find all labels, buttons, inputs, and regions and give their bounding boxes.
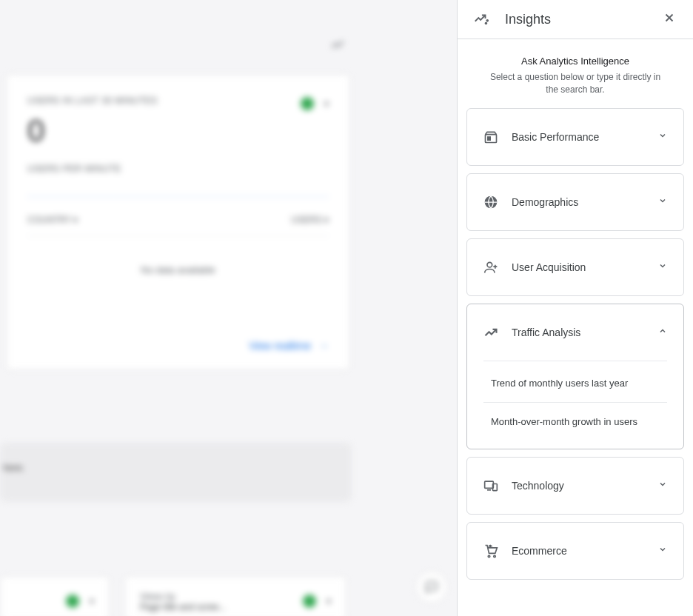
country-header: COUNTRY ▾ — [27, 215, 78, 225]
trending-icon — [483, 325, 498, 340]
svg-point-0 — [486, 23, 487, 24]
category-ecommerce: Ecommerce — [466, 522, 684, 580]
category-basic-performance: Basic Performance — [466, 108, 684, 166]
category-demographics: Demographics — [466, 173, 684, 231]
category-traffic-analysis: Traffic AnalysisTrend of monthly users l… — [466, 304, 684, 449]
category-header[interactable]: Demographics — [467, 174, 683, 230]
ask-intelligence-desc: Select a question below or type it direc… — [481, 71, 669, 96]
category-label: Technology — [512, 480, 645, 492]
suggestion-item[interactable]: Trend of monthly users last year — [483, 364, 667, 404]
chart-baseline — [27, 196, 329, 197]
cart-icon — [483, 543, 498, 558]
suggestion-item[interactable]: Month-over-month growth in users — [483, 403, 667, 441]
users-count: 0 — [27, 113, 329, 149]
svg-point-1 — [486, 20, 488, 21]
card-indicator: ▾ — [301, 97, 329, 110]
realtime-card: USERS IN LAST 30 MINUTES ▾ 0 USERS PER M… — [6, 74, 350, 370]
insights-icon — [472, 10, 490, 28]
status-dot — [303, 595, 316, 608]
svg-point-8 — [488, 555, 490, 558]
category-header[interactable]: Traffic Analysis — [467, 304, 683, 361]
svg-point-9 — [494, 555, 496, 558]
status-dot — [301, 97, 314, 110]
devices-icon — [483, 478, 498, 493]
small-card-2: Views by Page title and scree... ▾ — [124, 576, 346, 616]
chevron-down-icon — [658, 545, 667, 556]
svg-rect-6 — [485, 481, 494, 488]
close-icon[interactable] — [660, 11, 678, 28]
small-card-1: ▾ — [0, 576, 110, 616]
card-title: USERS IN LAST 30 MINUTES — [27, 96, 329, 106]
category-label: Basic Performance — [512, 131, 645, 143]
category-header[interactable]: Technology — [467, 458, 683, 514]
category-items: Trend of monthly users last yearMonth-ov… — [467, 361, 683, 449]
chevron-up-icon — [658, 327, 667, 338]
category-technology: Technology — [466, 457, 684, 515]
info-banner: here. — [0, 443, 352, 502]
no-data-message: No data available — [27, 264, 329, 275]
insights-panel: Insights Ask Analytics Intelligence Sele… — [457, 0, 693, 616]
users-header: USERS ▾ — [291, 215, 329, 225]
globe-icon — [483, 195, 498, 210]
chevron-down-icon: ▾ — [90, 596, 94, 606]
category-list: Basic PerformanceDemographicsUser Acquis… — [458, 96, 693, 599]
feedback-button[interactable] — [416, 572, 447, 603]
chevron-down-icon — [658, 131, 667, 142]
chevron-down-icon: ▾ — [324, 98, 329, 109]
person-icon — [483, 260, 498, 275]
per-minute-label: USERS PER MINUTE — [27, 164, 329, 174]
svg-rect-3 — [488, 137, 490, 140]
chevron-down-icon — [658, 196, 667, 207]
panel-subtitle: Ask Analytics Intelligence Select a ques… — [458, 39, 693, 96]
table-header: COUNTRY ▾ USERS ▾ — [27, 215, 329, 236]
category-header[interactable]: User Acquisition — [467, 239, 683, 295]
category-label: User Acquisition — [512, 261, 645, 273]
category-label: Ecommerce — [512, 545, 645, 557]
dashboard-background: USERS IN LAST 30 MINUTES ▾ 0 USERS PER M… — [0, 0, 457, 616]
panel-header: Insights — [458, 0, 693, 39]
chevron-down-icon: ▾ — [327, 596, 331, 606]
category-label: Traffic Analysis — [512, 327, 645, 338]
category-user-acquisition: User Acquisition — [466, 238, 684, 296]
ask-intelligence-title: Ask Analytics Intelligence — [481, 56, 669, 67]
category-header[interactable]: Ecommerce — [467, 523, 683, 579]
svg-point-5 — [487, 262, 492, 267]
chevron-down-icon — [658, 480, 667, 491]
view-realtime-link[interactable]: View realtime → — [249, 340, 329, 352]
category-label: Demographics — [512, 196, 645, 208]
panel-title: Insights — [505, 12, 646, 27]
arrow-icon: → — [318, 340, 329, 352]
status-dot — [66, 595, 79, 608]
chevron-down-icon — [658, 261, 667, 272]
category-header[interactable]: Basic Performance — [467, 109, 683, 165]
share-icon — [330, 37, 345, 56]
dashboard-icon — [483, 130, 498, 144]
